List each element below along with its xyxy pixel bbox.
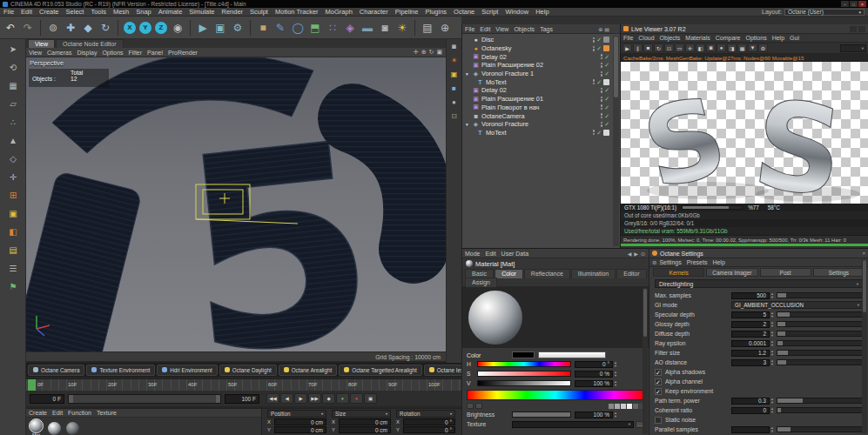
max-samples-slider[interactable] bbox=[777, 292, 863, 298]
coordinate-system-icon[interactable]: ◉ bbox=[169, 18, 186, 37]
om-search-icon[interactable]: ⊕ bbox=[598, 26, 602, 32]
glossy-depth-field[interactable]: 2 bbox=[731, 321, 770, 328]
om-menu-view[interactable]: View bbox=[493, 26, 511, 32]
enabled-check-icon[interactable]: ✓ bbox=[604, 70, 609, 77]
om-menu-edit[interactable]: Edit bbox=[477, 26, 493, 32]
lv-close-icon[interactable] bbox=[858, 26, 865, 32]
expand-arrow-icon[interactable]: ▾ bbox=[466, 122, 472, 127]
vp-menu-filter[interactable]: Filter bbox=[126, 50, 145, 56]
om-scrollbar[interactable] bbox=[613, 36, 619, 246]
node-tag-icon[interactable]: ⊡ bbox=[447, 109, 461, 123]
alpha-mode-icon[interactable]: ◨ bbox=[727, 44, 737, 52]
menu-create[interactable]: Create bbox=[36, 8, 63, 16]
add-deformer-icon[interactable]: ◈ bbox=[341, 18, 359, 37]
pen-spline-icon[interactable]: ✎ bbox=[272, 18, 289, 37]
texture-mode-icon[interactable]: ▦ bbox=[3, 77, 24, 94]
filter-size-field[interactable]: 1.2 bbox=[731, 350, 770, 357]
menu-character[interactable]: Character bbox=[356, 8, 392, 16]
clay-mode-icon[interactable]: ● bbox=[717, 44, 726, 52]
undo-icon[interactable]: ↶ bbox=[2, 18, 19, 37]
phong-tag-icon[interactable] bbox=[603, 37, 609, 43]
keyframe-selection-button[interactable]: ▣ bbox=[364, 393, 377, 404]
ray-epsilon-slider[interactable] bbox=[777, 340, 863, 346]
preview-range-slider[interactable] bbox=[68, 394, 221, 404]
size-y-field[interactable]: 0 cm bbox=[339, 426, 391, 433]
size-dropdown[interactable]: Size▾ bbox=[332, 410, 391, 418]
am-scrollbar[interactable] bbox=[643, 288, 648, 434]
material-preview-sphere[interactable] bbox=[468, 291, 522, 345]
save-image-icon[interactable]: ▼ bbox=[748, 44, 757, 52]
parallel-samples-field[interactable] bbox=[731, 426, 770, 433]
alpha-channel-checkbox[interactable]: ✓ bbox=[655, 378, 662, 385]
tab-color[interactable]: Color bbox=[495, 269, 523, 278]
enabled-check-icon[interactable]: ✓ bbox=[596, 130, 602, 136]
menu-window[interactable]: Window bbox=[501, 8, 532, 16]
position-dropdown[interactable]: Position▾ bbox=[267, 410, 326, 418]
display-filter-icon[interactable]: ⚑ bbox=[3, 278, 24, 295]
visibility-dots[interactable] bbox=[601, 88, 603, 93]
material-tag-icon[interactable] bbox=[603, 79, 609, 85]
menu-motion-tracker[interactable]: Motion Tracker bbox=[272, 8, 322, 16]
goto-end-button[interactable]: ▶▶ bbox=[308, 393, 321, 404]
display-mode-icon[interactable]: ▤ bbox=[419, 18, 436, 37]
menu-file[interactable]: File bbox=[0, 8, 17, 16]
rotate-icon[interactable]: ↻ bbox=[97, 18, 114, 37]
texture-field[interactable]: ▾ bbox=[512, 421, 634, 428]
diffuse-depth-field[interactable]: 2 bbox=[731, 331, 770, 338]
path-term-power-field[interactable]: 0.3 bbox=[731, 398, 770, 405]
yellow-tag-icon[interactable]: ▣ bbox=[447, 67, 461, 81]
swatch-icon[interactable] bbox=[609, 404, 614, 409]
viewer-settings-icon[interactable]: ⚙ bbox=[758, 44, 768, 52]
add-generator-icon[interactable]: ⬒ bbox=[306, 18, 324, 37]
mat-menu-texture[interactable]: Texture bbox=[94, 410, 119, 416]
subtab-post[interactable]: Post bbox=[760, 268, 811, 277]
size-x-field[interactable]: 0 cm bbox=[339, 418, 391, 425]
lv-menu-materials[interactable]: Materials bbox=[683, 35, 712, 41]
visibility-dots[interactable] bbox=[601, 113, 603, 118]
brightness-slider[interactable] bbox=[512, 412, 571, 418]
menu-plugins[interactable]: Plugins bbox=[421, 8, 450, 16]
menu-tools[interactable]: Tools bbox=[87, 8, 110, 16]
focus-picker-icon[interactable]: ✛ bbox=[685, 44, 695, 52]
make-editable-icon[interactable]: ➤ bbox=[3, 41, 24, 57]
ao-distance-slider[interactable] bbox=[777, 359, 863, 365]
octane-arealight-button[interactable]: Octane Arealight bbox=[279, 365, 338, 376]
hue-value-field[interactable]: 0 ° bbox=[575, 361, 613, 368]
lv-menu-options[interactable]: Options bbox=[744, 35, 770, 41]
om-menu-tags[interactable]: Tags bbox=[537, 26, 555, 32]
material-picker-icon[interactable]: ◧ bbox=[696, 44, 705, 52]
ray-epsilon-field[interactable]: 0.0001 bbox=[731, 340, 770, 347]
render-view-icon[interactable]: ▶ bbox=[194, 18, 212, 37]
prev-frame-button[interactable]: ◀ bbox=[280, 393, 293, 404]
sphere-tag-icon[interactable]: ● bbox=[447, 95, 461, 109]
octane-camera-button[interactable]: Octane Camera bbox=[28, 365, 84, 376]
range-start-field[interactable]: 0 F bbox=[30, 394, 64, 404]
om-menu-file[interactable]: File bbox=[462, 26, 477, 32]
range-end-field[interactable]: 100 F bbox=[225, 394, 259, 404]
object-row[interactable]: ▣ Plain Расширение 01 ✓ bbox=[462, 95, 620, 104]
am-back-icon[interactable]: ◀ bbox=[628, 251, 632, 257]
camera-mode-icon[interactable]: ◙ bbox=[706, 44, 716, 52]
subsample-icon[interactable]: ▦ bbox=[737, 44, 747, 52]
parallel-samples-slider[interactable] bbox=[777, 426, 863, 432]
static-noise-checkbox[interactable] bbox=[655, 417, 662, 424]
layout-dropdown[interactable]: Octane (User)▾ bbox=[784, 9, 865, 16]
visibility-dots[interactable] bbox=[601, 97, 603, 102]
glossy-depth-slider[interactable] bbox=[777, 321, 863, 327]
play-render-icon[interactable]: ▶ bbox=[622, 44, 632, 52]
sun-tag-icon[interactable]: ☀ bbox=[447, 53, 461, 67]
saturation-slider[interactable] bbox=[477, 371, 571, 377]
object-row[interactable]: T MoText ✓ bbox=[462, 77, 620, 86]
pan-view-icon[interactable]: ✛ bbox=[414, 49, 419, 56]
om-filter-icon[interactable]: ▤ bbox=[604, 26, 609, 32]
brightness-value-field[interactable]: 100 % bbox=[575, 412, 613, 418]
close-button[interactable]: × bbox=[858, 1, 866, 7]
diffuse-depth-slider[interactable] bbox=[777, 331, 863, 337]
object-row[interactable]: ● Disc ✓ bbox=[462, 36, 620, 44]
material-thumbnail[interactable]: Mat bbox=[30, 419, 43, 435]
model-mode-icon[interactable]: ⟲ bbox=[3, 59, 24, 76]
swatch-icon[interactable] bbox=[621, 404, 626, 409]
swatch-icon[interactable] bbox=[615, 404, 620, 409]
lv-menu-gui[interactable]: Gui bbox=[787, 35, 802, 41]
visibility-dots[interactable] bbox=[601, 122, 603, 127]
